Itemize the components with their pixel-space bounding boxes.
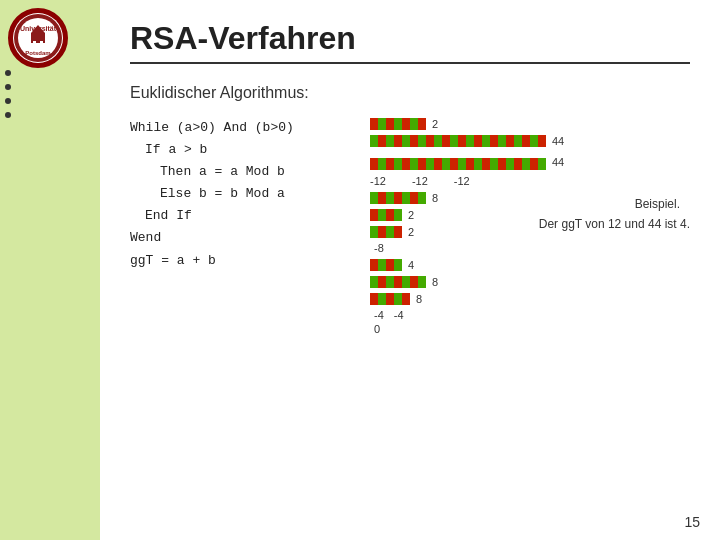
- neg4-1: -4: [374, 309, 384, 321]
- code-line3: Then a = a Mod b: [130, 161, 350, 183]
- neg12-3: -12: [454, 175, 470, 187]
- title-underline: [130, 62, 690, 64]
- neg4-labels: -4 -4: [374, 309, 690, 321]
- neg8-label: -8: [374, 242, 690, 254]
- subtitle: Euklidischer Algorithmus:: [130, 84, 690, 102]
- anno-q: 2: [408, 209, 414, 221]
- zero-label: 0: [374, 323, 690, 335]
- anno-2b: 2: [408, 226, 414, 238]
- code-line6: Wend: [130, 227, 350, 249]
- logo-inner: Universität Potsdam: [13, 13, 63, 63]
- viz-row-1: 2: [370, 117, 690, 131]
- viz-row-9: 8: [370, 292, 690, 306]
- content-area: While (a>0) And (b>0) If a > b Then a = …: [130, 117, 690, 497]
- anno-44: 44: [552, 135, 564, 147]
- anno-4: 4: [408, 259, 414, 271]
- svg-text:Potsdam: Potsdam: [25, 50, 50, 56]
- code-line4: Else b = b Mod a: [130, 183, 350, 205]
- dots-decoration: [5, 70, 11, 118]
- logo-area: Universität Potsdam: [8, 8, 88, 88]
- main-content: RSA-Verfahren Euklidischer Algorithmus: …: [100, 0, 720, 540]
- anno-44b: 44: [552, 156, 564, 168]
- viz-row-2: 44: [370, 134, 690, 148]
- viz-row-3: 44: [370, 152, 690, 172]
- svg-rect-5: [40, 41, 43, 46]
- code-line7: ggT = a + b: [130, 250, 350, 272]
- viz-row-7: 4: [370, 258, 690, 272]
- ggT-description: Der ggT von 12 und 44 ist 4.: [539, 217, 690, 231]
- anno-8b: 8: [432, 276, 438, 288]
- anno-2: 2: [432, 118, 438, 130]
- viz-row-8: 8: [370, 275, 690, 289]
- page-title: RSA-Verfahren: [130, 20, 690, 57]
- code-block: While (a>0) And (b>0) If a > b Then a = …: [130, 117, 350, 497]
- code-line2: If a > b: [130, 139, 350, 161]
- neg12-2: -12: [412, 175, 428, 187]
- visualization-area: 2: [370, 117, 690, 497]
- neg12-1: -12: [370, 175, 386, 187]
- neg4-2: -4: [394, 309, 404, 321]
- code-line5: End If: [130, 205, 350, 227]
- anno-8a: 8: [432, 192, 438, 204]
- anno-8c: 8: [416, 293, 422, 305]
- code-line1: While (a>0) And (b>0): [130, 117, 350, 139]
- neg12-labels: -12 -12 -12: [370, 175, 690, 187]
- logo-circle: Universität Potsdam: [8, 8, 68, 68]
- svg-rect-4: [33, 41, 36, 46]
- page-number: 15: [684, 514, 700, 530]
- beispiel-label: Beispiel.: [635, 197, 680, 211]
